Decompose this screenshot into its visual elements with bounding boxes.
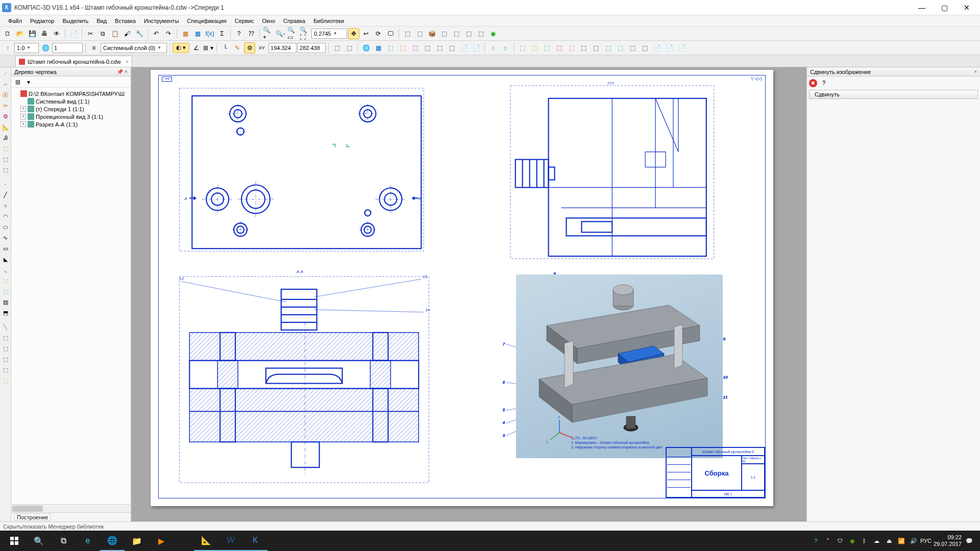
e2[interactable]: ⬚ — [529, 42, 540, 54]
e6[interactable]: ⬚ — [578, 42, 589, 54]
tray-nvidia-icon[interactable]: ◉ — [848, 536, 857, 545]
kompas-task-icon[interactable]: К — [243, 531, 267, 551]
lib3[interactable]: ⬚ — [385, 42, 396, 54]
edge-icon[interactable]: e — [76, 531, 100, 551]
lib5[interactable]: ⬚ — [409, 42, 421, 54]
menu-libraries[interactable]: Библиотеки — [309, 17, 348, 25]
mat1[interactable]: ⌂ — [487, 42, 499, 54]
p28[interactable]: ⬚ — [1, 365, 11, 375]
arc-tool[interactable]: ◠ — [1, 211, 11, 221]
step-btn[interactable]: ↕ — [2, 42, 13, 54]
e10[interactable]: ⬚ — [627, 42, 638, 54]
layer-icon[interactable]: ≡ — [88, 42, 100, 54]
chamfer-tool[interactable]: ◣ — [1, 254, 11, 264]
expand-icon[interactable]: + — [20, 121, 26, 127]
doc-props-btn[interactable]: 📄 — [68, 28, 79, 39]
rect-tool[interactable]: ▭ — [1, 243, 11, 254]
e3[interactable]: ⬚ — [541, 42, 552, 54]
line-tool[interactable]: ╱ — [1, 190, 11, 200]
p10[interactable]: ⬚ — [1, 165, 11, 175]
copy-btn[interactable]: ⧉ — [97, 28, 108, 39]
hatch-tool[interactable]: ▨ — [1, 297, 11, 307]
menu-view[interactable]: Вид — [92, 17, 111, 25]
g5-btn[interactable]: ⬚ — [451, 28, 462, 39]
tree-node-section[interactable]: + Разрез А-А (1:1) — [12, 120, 130, 128]
zoom-window-btn[interactable]: 🔍▭ — [287, 28, 298, 39]
p26[interactable]: ⬚ — [1, 343, 11, 354]
help-btn[interactable]: ? — [233, 28, 244, 39]
expand-icon[interactable]: + — [20, 114, 26, 119]
param-tool[interactable]: ⚙ — [1, 111, 11, 121]
tray-shield-icon[interactable]: 🛡 — [836, 536, 845, 545]
g1-btn[interactable]: ⬚ — [402, 28, 413, 39]
var-btn[interactable]: ▦ — [180, 28, 191, 39]
tray-notifications-icon[interactable]: 💬 — [965, 536, 974, 545]
zoom-in-btn[interactable]: 🔍+ — [262, 28, 274, 39]
save-btn[interactable]: 💾 — [27, 28, 38, 39]
spline-tool[interactable]: ∿ — [1, 233, 11, 243]
menu-insert[interactable]: Вставка — [111, 17, 140, 25]
g8-btn[interactable]: ◉ — [487, 28, 499, 39]
help-icon[interactable]: ? — [819, 79, 828, 88]
mat2[interactable]: ⌂ — [500, 42, 511, 54]
tray-clock[interactable]: 09:22 29.07.2017 — [934, 534, 962, 547]
drawing-canvas[interactable]: ⟶ ▽ √(√) — [131, 67, 806, 521]
p25[interactable]: ⬚ — [1, 333, 11, 343]
lib10[interactable]: 📄 — [471, 42, 482, 54]
aux-line-tool[interactable]: ╲ — [1, 322, 11, 332]
e1[interactable]: ⬚ — [517, 42, 528, 54]
tray-lang[interactable]: РУС — [921, 536, 930, 545]
tree-hscrollbar[interactable] — [11, 504, 131, 512]
measure-tool[interactable]: 📐 — [1, 122, 11, 132]
shift-button[interactable]: Сдвинуть — [809, 90, 978, 99]
g4-btn[interactable]: ⬚ — [438, 28, 450, 39]
format-paint-btn[interactable]: 🖌 — [121, 28, 133, 39]
menu-select[interactable]: Выделить — [58, 17, 92, 25]
tree-node-system-view[interactable]: Системный вид (1:1) — [12, 97, 130, 105]
menu-service[interactable]: Сервис — [231, 17, 258, 25]
new-btn[interactable]: 🗋 — [2, 28, 13, 39]
redo-btn[interactable]: ↷ — [163, 28, 174, 39]
preview-btn[interactable]: 👁 — [51, 28, 62, 39]
word-icon[interactable]: W — [218, 531, 243, 551]
minimize-button[interactable]: — — [911, 1, 933, 15]
lib1[interactable]: 🌐 — [360, 42, 372, 54]
zoom-combo[interactable]: 0.2745 ▼ — [311, 29, 347, 39]
text-tool[interactable]: Ꭿ — [1, 133, 11, 143]
rough-btn[interactable]: ✎ — [232, 42, 243, 54]
paste-btn[interactable]: 📋 — [109, 28, 120, 39]
media-icon[interactable]: ▶ — [149, 531, 174, 551]
lib7[interactable]: ⬚ — [434, 42, 445, 54]
document-tab[interactable]: Штамп гибочный кронштейна-0.cdw × — [15, 56, 132, 67]
e13[interactable]: 📄 — [664, 42, 675, 54]
lib9[interactable]: 📄 — [458, 42, 470, 54]
edit-tool[interactable]: ✂ — [1, 101, 11, 111]
lib4[interactable]: ⬚ — [397, 42, 408, 54]
e12[interactable]: 📄 — [651, 42, 663, 54]
tray-eject-icon[interactable]: ⏏ — [885, 536, 894, 545]
pan-btn[interactable]: ✥ — [348, 28, 359, 39]
prev-view-btn[interactable]: ↩ — [360, 28, 372, 39]
undo-btn[interactable]: ↶ — [151, 28, 162, 39]
lib2[interactable]: ▦ — [373, 42, 384, 54]
denote-tool[interactable]: Ⓐ — [1, 90, 11, 100]
dim-tool[interactable]: ↔ — [1, 79, 11, 89]
e8[interactable]: ⬚ — [602, 42, 614, 54]
menu-editor[interactable]: Редактор — [26, 17, 58, 25]
screen-btn[interactable]: 🖵 — [385, 28, 396, 39]
explorer-icon[interactable]: 📁 — [125, 531, 149, 551]
print-btn[interactable]: 🖶 — [39, 28, 50, 39]
g7-btn[interactable]: ⬚ — [475, 28, 486, 39]
search-button[interactable]: 🔍 — [27, 531, 51, 551]
expand-icon[interactable]: + — [20, 106, 26, 112]
app-task-1[interactable]: 📐 — [194, 531, 218, 551]
maximize-button[interactable]: ▢ — [933, 1, 955, 15]
tree-node-front[interactable]: + (т) Спереди 1 (1:1) — [12, 105, 130, 113]
tray-cloud-icon[interactable]: ☁ — [872, 536, 881, 545]
build-tool[interactable]: ⬚ — [1, 143, 11, 154]
t2b[interactable]: ⬚ — [344, 42, 355, 54]
fx-btn[interactable]: ▦ — [192, 28, 203, 39]
p9[interactable]: ⬚ — [1, 154, 11, 164]
e11[interactable]: ⬚ — [639, 42, 650, 54]
t2a[interactable]: ⬚ — [331, 42, 342, 54]
